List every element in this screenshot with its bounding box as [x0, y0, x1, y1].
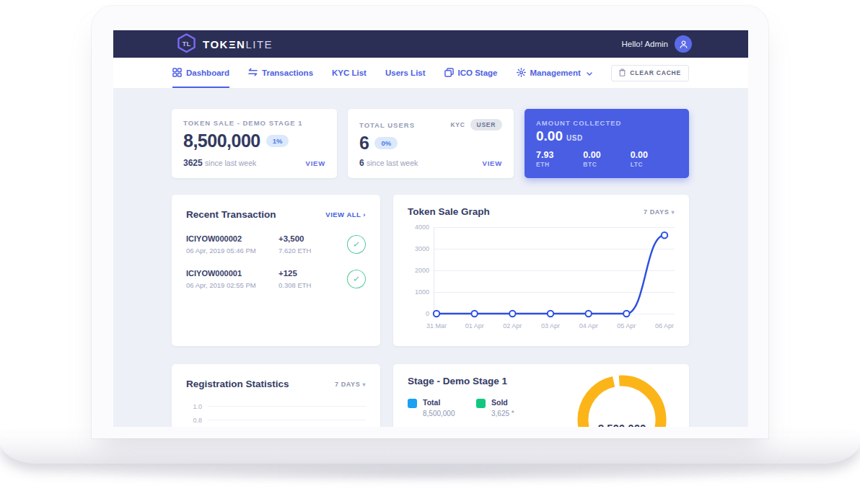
swap-arrows-icon [248, 68, 258, 78]
usd-value: 0.00 [536, 128, 563, 144]
amount-collected-card: AMOUNT COLLECTED 0.00 USD 7.93 ETH 0.00 … [525, 109, 689, 178]
view-link[interactable]: VIEW [306, 159, 325, 167]
x-tick: 03 Apr [541, 322, 560, 330]
tx-id: ICIYOW000002 [186, 234, 278, 243]
laptop-shadow [43, 464, 817, 483]
delta-text: 6 since last week [359, 158, 418, 168]
registration-chart: 1.0 0.8 0.6 [186, 399, 366, 427]
view-all-link[interactable]: VIEW ALL › [325, 211, 366, 218]
ltc-amount: 0.00 LTC [631, 150, 677, 168]
legend-total: Total8,500,000 [408, 398, 476, 417]
x-tick: 01 Apr [465, 322, 484, 330]
tx-amount: +125 [278, 269, 339, 278]
x-tick: 04 Apr [579, 322, 598, 330]
gear-icon [517, 68, 526, 79]
recent-transactions-panel: Recent Transaction VIEW ALL › ICIYOW0000… [172, 195, 380, 346]
delta-text: 3625 since last week [183, 158, 256, 168]
registration-statistics-panel: Registration Statistics 7 DAYS ▾ 1.0 0.8… [172, 364, 380, 427]
logo-text: TOKΞNLITE [203, 38, 273, 50]
nav-tab-users-list[interactable]: Users List [385, 58, 426, 88]
panel-title: Recent Transaction [186, 209, 276, 220]
y-tick: 3000 [408, 245, 429, 252]
panel-title: Stage - Demo Stage 1 [408, 376, 507, 386]
nav-menu-management[interactable]: Management [517, 58, 592, 88]
nav-label: ICO Stage [458, 68, 498, 77]
tx-date: 06 Apr, 2019 02:55 PM [186, 281, 278, 289]
eth-amount: 7.93 ETH [536, 150, 583, 168]
token-sale-value: 8,500,000 [183, 131, 260, 151]
range-dropdown[interactable]: 7 DAYS ▾ [335, 381, 366, 388]
greeting-label: Hello! Admin [621, 40, 668, 48]
y-tick: 1.0 [186, 403, 202, 410]
transaction-row[interactable]: ICIYOW000001 06 Apr, 2019 02:55 PM +125 … [186, 269, 366, 289]
legend-swatch [408, 399, 417, 408]
toggle-user[interactable]: USER [470, 119, 502, 131]
percent-badge: 0% [374, 137, 398, 149]
trash-icon [619, 68, 626, 78]
percent-badge: 1% [266, 135, 289, 147]
y-tick: 0 [408, 310, 429, 317]
usd-currency: USD [566, 134, 583, 142]
y-tick: 2000 [408, 267, 429, 274]
person-icon [679, 40, 688, 49]
stage-panel: Stage - Demo Stage 1 Total8,500,000 Sold… [393, 364, 689, 427]
nav-label: Users List [385, 68, 426, 77]
card-title: AMOUNT COLLECTED [536, 119, 677, 127]
transaction-row[interactable]: ICIYOW000002 06 Apr, 2019 05:46 PM +3,50… [186, 234, 366, 255]
clear-cache-label: CLEAR CACHE [630, 69, 681, 76]
x-tick: 06 Apr [655, 322, 674, 330]
nav-tab-kyc-list[interactable]: KYC List [332, 58, 367, 88]
tx-amount: +3,500 [278, 234, 339, 243]
nav-tab-dashboard[interactable]: Dashboard [172, 58, 229, 88]
panel-title: Token Sale Graph [408, 206, 490, 217]
clear-cache-button[interactable]: CLEAR CACHE [611, 65, 689, 81]
stage-gauge: 8,500,000 TLE [575, 373, 669, 427]
gauge-value: 8,500,000 [598, 422, 646, 427]
x-tick: 05 Apr [617, 322, 636, 330]
legend-swatch [476, 399, 486, 408]
panel-title: Registration Statistics [186, 379, 289, 389]
token-sale-graph-panel: Token Sale Graph 7 DAYS ▾ 4000 3000 2000… [393, 195, 689, 346]
kyc-user-toggle: KYC USER [451, 119, 502, 131]
card-title: TOTAL USERS [359, 121, 415, 129]
check-circle-icon: ✓ [346, 268, 367, 289]
caret-down-icon: ▾ [671, 209, 675, 216]
total-users-card: TOTAL USERS KYC USER 6 0% 6 since last w… [348, 109, 514, 178]
tx-eth: 7.620 ETH [278, 247, 339, 255]
nav-label: Dashboard [186, 68, 229, 77]
dashboard-grid-icon [172, 68, 182, 79]
chevron-down-icon [587, 68, 592, 77]
y-tick: 4000 [408, 224, 429, 231]
x-tick: 31 Mar [426, 322, 447, 330]
total-users-value: 6 [359, 133, 369, 154]
tx-eth: 0.308 ETH [278, 281, 339, 289]
nav-label: Transactions [262, 68, 313, 77]
svg-text:TL: TL [183, 39, 191, 47]
card-title: TOKEN SALE - DEMO STAGE 1 [183, 119, 325, 127]
y-tick: 1000 [408, 288, 429, 296]
tx-id: ICIYOW000001 [186, 269, 278, 278]
cube-icon [444, 68, 454, 79]
token-sale-chart: 4000 3000 2000 1000 0 31 Mar 01 Apr 02 A… [408, 227, 675, 348]
btc-amount: 0.00 BTC [583, 150, 630, 168]
view-link[interactable]: VIEW [483, 159, 502, 167]
nav-tab-ico-stage[interactable]: ICO Stage [444, 58, 498, 88]
page-body: TOKEN SALE - DEMO STAGE 1 8,500,000 1% 3… [113, 88, 748, 427]
caret-down-icon: ▾ [362, 381, 366, 388]
check-circle-icon: ✓ [346, 234, 367, 255]
token-sale-card: TOKEN SALE - DEMO STAGE 1 8,500,000 1% 3… [172, 109, 337, 178]
x-tick: 02 Apr [503, 322, 522, 330]
toggle-kyc[interactable]: KYC [451, 121, 465, 128]
brand-logo[interactable]: TL TOKΞNLITE [177, 33, 273, 56]
legend-sold: Sold3,625 * [476, 398, 545, 417]
tx-date: 06 Apr, 2019 05:46 PM [186, 247, 278, 255]
range-dropdown[interactable]: 7 DAYS ▾ [644, 208, 675, 216]
app-header: TL TOKΞNLITE Hello! Admin [113, 30, 748, 58]
main-nav: Dashboard Transactions KYC List Users Li… [113, 58, 748, 88]
user-greeting: Hello! Admin [621, 35, 692, 53]
nav-tab-transactions[interactable]: Transactions [248, 58, 313, 88]
nav-label: Management [530, 68, 581, 77]
logo-hexagon-icon: TL [177, 33, 196, 56]
line-chart-svg [436, 227, 664, 317]
user-avatar[interactable] [675, 35, 692, 53]
